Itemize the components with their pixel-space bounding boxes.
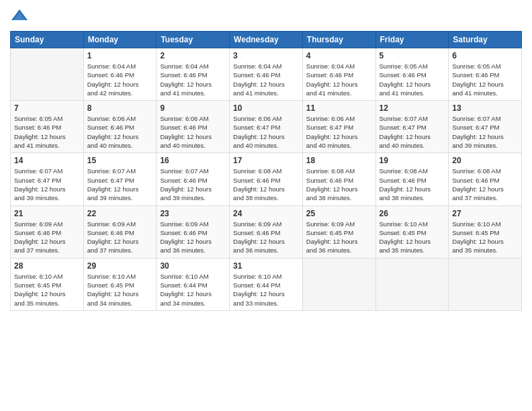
day-info: Sunrise: 6:07 AM Sunset: 6:46 PM Dayligh…	[160, 167, 226, 202]
day-number: 1	[87, 51, 153, 60]
header-day-sunday: Sunday	[11, 32, 84, 48]
calendar-cell: 19Sunrise: 6:08 AM Sunset: 6:46 PM Dayli…	[375, 153, 449, 205]
day-info: Sunrise: 6:08 AM Sunset: 6:46 PM Dayligh…	[452, 167, 518, 202]
calendar-cell: 11Sunrise: 6:06 AM Sunset: 6:47 PM Dayli…	[302, 101, 375, 153]
calendar-cell: 17Sunrise: 6:08 AM Sunset: 6:46 PM Dayli…	[230, 153, 303, 205]
day-number: 8	[87, 103, 153, 113]
calendar-cell: 21Sunrise: 6:09 AM Sunset: 6:46 PM Dayli…	[11, 205, 84, 258]
day-info: Sunrise: 6:06 AM Sunset: 6:46 PM Dayligh…	[160, 114, 226, 150]
calendar-cell: 26Sunrise: 6:10 AM Sunset: 6:45 PM Dayli…	[375, 205, 449, 258]
day-info: Sunrise: 6:10 AM Sunset: 6:44 PM Dayligh…	[160, 272, 226, 308]
day-number: 21	[14, 209, 80, 218]
calendar-cell: 3Sunrise: 6:04 AM Sunset: 6:46 PM Daylig…	[230, 48, 303, 101]
day-number: 10	[233, 103, 299, 113]
day-number: 29	[87, 261, 153, 271]
day-number: 28	[14, 261, 80, 271]
day-number: 14	[14, 156, 80, 165]
calendar-cell: 14Sunrise: 6:07 AM Sunset: 6:47 PM Dayli…	[11, 153, 84, 205]
day-number: 16	[160, 156, 226, 165]
day-number: 20	[452, 156, 518, 165]
calendar-cell: 27Sunrise: 6:10 AM Sunset: 6:45 PM Dayli…	[449, 205, 522, 258]
calendar-cell: 9Sunrise: 6:06 AM Sunset: 6:46 PM Daylig…	[157, 101, 230, 153]
day-info: Sunrise: 6:09 AM Sunset: 6:46 PM Dayligh…	[160, 220, 226, 255]
day-info: Sunrise: 6:09 AM Sunset: 6:45 PM Dayligh…	[306, 220, 372, 255]
day-info: Sunrise: 6:05 AM Sunset: 6:46 PM Dayligh…	[14, 114, 80, 150]
page: SundayMondayTuesdayWednesdayThursdayFrid…	[0, 0, 532, 411]
header-day-monday: Monday	[83, 32, 157, 48]
week-row-0: 1Sunrise: 6:04 AM Sunset: 6:46 PM Daylig…	[11, 48, 522, 101]
day-info: Sunrise: 6:10 AM Sunset: 6:45 PM Dayligh…	[380, 220, 445, 255]
day-info: Sunrise: 6:09 AM Sunset: 6:46 PM Dayligh…	[233, 220, 299, 255]
day-info: Sunrise: 6:10 AM Sunset: 6:45 PM Dayligh…	[14, 272, 80, 308]
calendar-body: 1Sunrise: 6:04 AM Sunset: 6:46 PM Daylig…	[11, 48, 522, 311]
calendar-cell: 5Sunrise: 6:05 AM Sunset: 6:46 PM Daylig…	[375, 48, 449, 101]
calendar-cell	[375, 258, 449, 310]
day-number: 15	[87, 156, 153, 165]
day-info: Sunrise: 6:04 AM Sunset: 6:46 PM Dayligh…	[306, 62, 372, 97]
day-info: Sunrise: 6:04 AM Sunset: 6:46 PM Dayligh…	[160, 62, 226, 97]
calendar-cell: 2Sunrise: 6:04 AM Sunset: 6:46 PM Daylig…	[157, 48, 230, 101]
header-day-saturday: Saturday	[449, 32, 522, 48]
day-info: Sunrise: 6:07 AM Sunset: 6:47 PM Dayligh…	[87, 167, 153, 202]
day-number: 2	[160, 51, 226, 60]
calendar-cell: 13Sunrise: 6:07 AM Sunset: 6:47 PM Dayli…	[449, 101, 522, 153]
week-row-1: 7Sunrise: 6:05 AM Sunset: 6:46 PM Daylig…	[11, 101, 522, 153]
day-number: 12	[380, 103, 445, 113]
week-row-4: 28Sunrise: 6:10 AM Sunset: 6:45 PM Dayli…	[11, 258, 522, 310]
calendar-cell: 30Sunrise: 6:10 AM Sunset: 6:44 PM Dayli…	[157, 258, 230, 310]
header-day-thursday: Thursday	[302, 32, 375, 48]
day-number: 27	[452, 209, 518, 218]
calendar-cell: 25Sunrise: 6:09 AM Sunset: 6:45 PM Dayli…	[302, 205, 375, 258]
header	[10, 7, 522, 26]
calendar-cell: 7Sunrise: 6:05 AM Sunset: 6:46 PM Daylig…	[11, 101, 84, 153]
calendar-cell: 20Sunrise: 6:08 AM Sunset: 6:46 PM Dayli…	[449, 153, 522, 205]
day-number: 11	[306, 103, 372, 113]
calendar-cell: 16Sunrise: 6:07 AM Sunset: 6:46 PM Dayli…	[157, 153, 230, 205]
day-number: 24	[233, 209, 299, 218]
day-number: 31	[233, 261, 299, 271]
day-number: 22	[87, 209, 153, 218]
calendar-header: SundayMondayTuesdayWednesdayThursdayFrid…	[11, 32, 522, 48]
header-day-tuesday: Tuesday	[157, 32, 230, 48]
day-info: Sunrise: 6:08 AM Sunset: 6:46 PM Dayligh…	[380, 167, 445, 202]
day-info: Sunrise: 6:06 AM Sunset: 6:47 PM Dayligh…	[306, 114, 372, 150]
calendar-table: SundayMondayTuesdayWednesdayThursdayFrid…	[10, 31, 522, 311]
week-row-2: 14Sunrise: 6:07 AM Sunset: 6:47 PM Dayli…	[11, 153, 522, 205]
day-info: Sunrise: 6:10 AM Sunset: 6:45 PM Dayligh…	[87, 272, 153, 308]
day-info: Sunrise: 6:07 AM Sunset: 6:47 PM Dayligh…	[452, 114, 518, 150]
day-number: 7	[14, 103, 80, 113]
day-info: Sunrise: 6:07 AM Sunset: 6:47 PM Dayligh…	[380, 114, 445, 150]
calendar-cell: 15Sunrise: 6:07 AM Sunset: 6:47 PM Dayli…	[83, 153, 157, 205]
day-number: 5	[380, 51, 445, 60]
calendar-cell: 23Sunrise: 6:09 AM Sunset: 6:46 PM Dayli…	[157, 205, 230, 258]
day-number: 13	[452, 103, 518, 113]
calendar-cell: 6Sunrise: 6:05 AM Sunset: 6:46 PM Daylig…	[449, 48, 522, 101]
header-row: SundayMondayTuesdayWednesdayThursdayFrid…	[11, 32, 522, 48]
calendar-cell: 29Sunrise: 6:10 AM Sunset: 6:45 PM Dayli…	[83, 258, 157, 310]
calendar-cell: 12Sunrise: 6:07 AM Sunset: 6:47 PM Dayli…	[375, 101, 449, 153]
calendar-cell: 8Sunrise: 6:06 AM Sunset: 6:46 PM Daylig…	[83, 101, 157, 153]
calendar-cell	[449, 258, 522, 310]
day-info: Sunrise: 6:06 AM Sunset: 6:47 PM Dayligh…	[233, 114, 299, 150]
day-info: Sunrise: 6:06 AM Sunset: 6:46 PM Dayligh…	[87, 114, 153, 150]
calendar-cell	[302, 258, 375, 310]
day-number: 18	[306, 156, 372, 165]
day-info: Sunrise: 6:05 AM Sunset: 6:46 PM Dayligh…	[452, 62, 518, 97]
logo	[10, 7, 32, 26]
day-number: 30	[160, 261, 226, 271]
logo-icon	[10, 7, 29, 26]
day-info: Sunrise: 6:10 AM Sunset: 6:45 PM Dayligh…	[452, 220, 518, 255]
header-day-friday: Friday	[375, 32, 449, 48]
day-number: 26	[380, 209, 445, 218]
day-info: Sunrise: 6:07 AM Sunset: 6:47 PM Dayligh…	[14, 167, 80, 202]
day-number: 9	[160, 103, 226, 113]
calendar-cell: 18Sunrise: 6:08 AM Sunset: 6:46 PM Dayli…	[302, 153, 375, 205]
day-number: 17	[233, 156, 299, 165]
day-number: 19	[380, 156, 445, 165]
calendar-cell: 10Sunrise: 6:06 AM Sunset: 6:47 PM Dayli…	[230, 101, 303, 153]
day-info: Sunrise: 6:09 AM Sunset: 6:46 PM Dayligh…	[14, 220, 80, 255]
calendar-cell: 1Sunrise: 6:04 AM Sunset: 6:46 PM Daylig…	[83, 48, 157, 101]
day-info: Sunrise: 6:10 AM Sunset: 6:44 PM Dayligh…	[233, 272, 299, 308]
day-info: Sunrise: 6:09 AM Sunset: 6:46 PM Dayligh…	[87, 220, 153, 255]
calendar-cell: 24Sunrise: 6:09 AM Sunset: 6:46 PM Dayli…	[230, 205, 303, 258]
